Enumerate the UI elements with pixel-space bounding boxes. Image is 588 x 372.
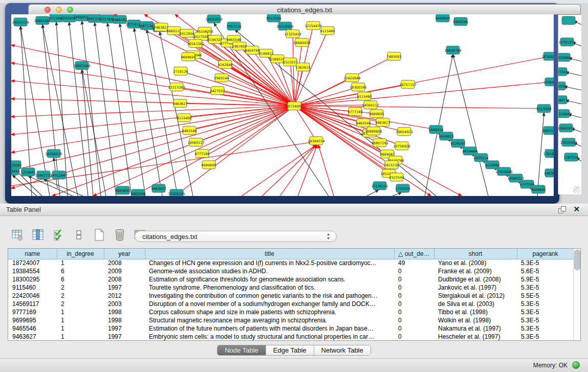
tab-network-table[interactable]: Network Table <box>314 345 371 355</box>
column-header-in_degree[interactable]: in_degree <box>57 249 104 259</box>
select-all-check-button[interactable] <box>51 228 66 242</box>
column-header-title[interactable]: title <box>145 249 394 259</box>
table-cell: 9115460 <box>8 283 57 292</box>
table-row[interactable]: 946554611997Estimation of the future num… <box>8 324 574 333</box>
svg-text:16640910: 16640910 <box>293 41 310 45</box>
background-network-canvas[interactable]: 1575107493299669227343120935812444151621… <box>558 14 581 194</box>
table-cell: Estimation of the future numbers of pati… <box>145 324 394 333</box>
svg-text:18300295: 18300295 <box>350 85 366 90</box>
table-cell: Changes of HCN gene expression and I(f) … <box>145 259 394 267</box>
svg-text:9242848: 9242848 <box>218 63 233 67</box>
table-cell: 0 <box>394 292 434 300</box>
delete-table-button[interactable] <box>113 228 127 242</box>
column-header-year[interactable]: year <box>104 249 145 259</box>
table-row[interactable]: 977716911998Corpus callosum shape and si… <box>8 308 574 316</box>
tab-node-table[interactable]: Node Table <box>217 345 266 355</box>
svg-text:18724007: 18724007 <box>286 104 302 108</box>
table-row[interactable]: 946362711997Embryonic stem cells: a mode… <box>8 333 574 341</box>
svg-text:9699695: 9699695 <box>369 112 384 116</box>
table-cell: 9777169 <box>8 308 57 316</box>
table-cell: 0 <box>394 283 434 292</box>
table-cell: 5.3E-5 <box>517 308 574 316</box>
network-node[interactable] <box>562 16 575 25</box>
svg-text:9465546: 9465546 <box>227 38 242 42</box>
svg-text:18807293: 18807293 <box>371 141 388 145</box>
svg-text:1362615: 1362615 <box>296 65 311 70</box>
table-cell: 2003 <box>104 300 145 308</box>
table-row[interactable]: 2242004622012Investigating the contribut… <box>8 292 574 300</box>
memory-status-label: Memory: OK <box>533 362 568 369</box>
table-settings-button[interactable] <box>10 228 25 242</box>
table-cell: 1 <box>57 333 104 341</box>
table-scrollbar[interactable] <box>573 249 580 340</box>
svg-text:1215681: 1215681 <box>21 170 36 174</box>
network-canvas[interactable]: 2405572430691406911546022420046145691171… <box>11 14 554 196</box>
table-panel: Table Panel ✕ f(x) citations_edges.txt <box>0 204 588 358</box>
table-cell: Stergiakouli et al. (2012) <box>434 292 517 300</box>
svg-text:8813054: 8813054 <box>267 16 281 20</box>
scrollbar-thumb[interactable] <box>574 250 580 270</box>
svg-text:9463627: 9463627 <box>545 171 554 176</box>
table-cell: Dudbridge et al. (2008) <box>434 275 517 283</box>
svg-text:9115460: 9115460 <box>357 95 372 99</box>
table-cell: 22420046 <box>8 292 57 300</box>
table-cell: 2 <box>57 292 104 300</box>
float-panel-icon[interactable] <box>558 206 565 213</box>
table-selector-dropdown[interactable]: citations_edges.txt ▲▼ <box>135 231 337 242</box>
column-header-out_de[interactable]: △ out_de… <box>394 249 434 259</box>
tab-edge-table[interactable]: Edge Table <box>266 345 314 355</box>
svg-text:3913414: 3913414 <box>11 169 19 173</box>
table-cell: Structural magnetic resonance image aver… <box>145 316 394 324</box>
svg-text:1615132: 1615132 <box>384 163 399 167</box>
svg-text:9463627: 9463627 <box>151 187 166 191</box>
svg-text:9699695: 9699695 <box>202 163 216 167</box>
network-window-titlebar[interactable]: citations_edges.txt <box>28 4 581 15</box>
svg-text:9115460: 9115460 <box>485 163 500 167</box>
svg-text:8466162: 8466162 <box>113 18 127 22</box>
svg-text:8454749: 8454749 <box>245 49 260 53</box>
table-cell: Investigating the contribution of common… <box>145 292 394 300</box>
select-column-button[interactable] <box>31 228 45 242</box>
svg-text:9699695: 9699695 <box>181 55 196 59</box>
table-row[interactable]: 969969511998Structural magnetic resonanc… <box>8 316 574 324</box>
table-cell: 1 <box>57 259 104 267</box>
new-table-button[interactable] <box>92 228 106 242</box>
column-header-pagerank[interactable]: pagerank <box>517 249 574 259</box>
table-cell: 6 <box>57 267 104 275</box>
svg-text:2903144: 2903144 <box>214 76 229 80</box>
table-cell: 1998 <box>104 308 145 316</box>
svg-text:18300295: 18300295 <box>168 192 185 196</box>
svg-text:15136141: 15136141 <box>371 184 388 188</box>
table-cell: Jankovic et al. (1997) <box>434 283 517 292</box>
select-column-icon <box>32 229 44 241</box>
table-cell: 18724007 <box>8 259 57 267</box>
table-cell: 2 <box>57 283 104 292</box>
table-cell: 1 <box>57 308 104 316</box>
svg-text:9115460: 9115460 <box>177 116 192 120</box>
svg-text:1209358: 1209358 <box>558 84 566 89</box>
svg-text:14569117: 14569117 <box>362 103 379 107</box>
column-header-short[interactable]: short <box>434 249 517 259</box>
table-row[interactable]: 1456911722003Disruption of a novel membe… <box>8 300 574 308</box>
svg-text:9465546: 9465546 <box>182 129 197 133</box>
svg-text:8938923: 8938923 <box>439 135 454 139</box>
status-bar: Memory: OK <box>0 358 588 372</box>
svg-text:7485083: 7485083 <box>387 55 402 59</box>
table-row[interactable]: 911546021997Tourette syndrome. Phenomeno… <box>8 283 574 292</box>
close-panel-icon[interactable]: ✕ <box>573 205 580 214</box>
svg-text:9227343: 9227343 <box>558 70 568 74</box>
svg-text:1244415: 1244415 <box>558 98 568 102</box>
network-graph: 2405572430691406911546022420046145691171… <box>11 14 554 196</box>
window-resize-grip[interactable] <box>573 186 580 193</box>
svg-text:9329966: 9329966 <box>558 56 571 60</box>
table-cell: 0 <box>394 275 434 283</box>
table-row[interactable]: 1872400712008Changes of HCN gene express… <box>8 259 574 267</box>
table-row[interactable]: 1830029562008Estimation of significance … <box>8 275 574 283</box>
column-header-name[interactable]: name <box>8 249 57 259</box>
trash-icon <box>114 228 126 242</box>
rows-button[interactable] <box>72 228 86 242</box>
table-cell: 9699695 <box>8 316 57 324</box>
table-row[interactable]: 1938455462009Genome-wide association stu… <box>8 267 574 275</box>
table-cell: 19384554 <box>8 267 57 275</box>
table-cell: 2012 <box>104 292 145 300</box>
